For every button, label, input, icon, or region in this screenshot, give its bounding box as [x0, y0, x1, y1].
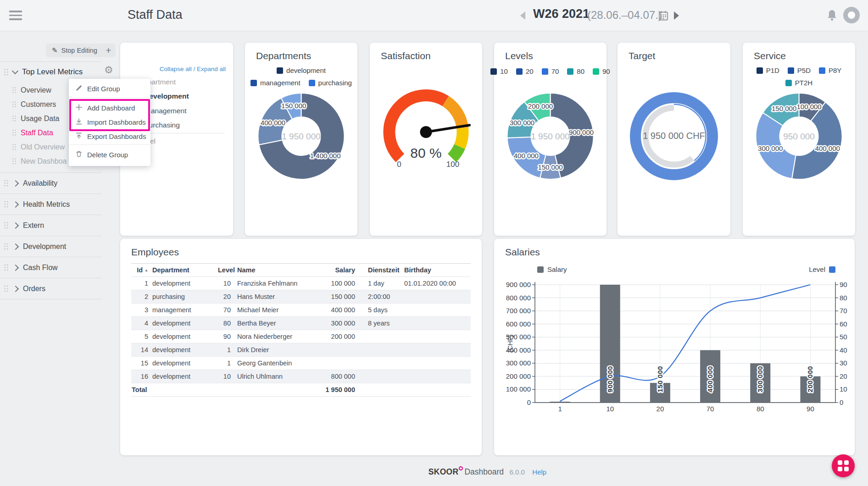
drag-handle-icon[interactable] [12, 115, 17, 122]
collapse-all-link[interactable]: Collapse all [160, 66, 192, 72]
table-row[interactable]: 15development1Georg Gantenbein [131, 357, 471, 370]
legend-label: P1D [766, 66, 779, 74]
user-avatar[interactable] [843, 7, 860, 23]
legend-label: P5D [797, 66, 811, 74]
previous-period-icon[interactable] [520, 11, 525, 20]
table-row[interactable]: 1development10Franziska Fehlmann100 0001… [131, 277, 471, 290]
table-cell: 90 [217, 330, 231, 343]
column-header-level[interactable]: Level [217, 264, 231, 277]
menu-item-add-dashboard[interactable]: Add Dashboard [69, 101, 150, 115]
pencil-icon [75, 84, 83, 93]
slice-label: 400 000 [815, 144, 840, 152]
column-header-name[interactable]: Name [231, 264, 315, 277]
expand-all-link[interactable]: Expand all [197, 66, 226, 72]
drag-handle-icon[interactable] [4, 179, 9, 187]
drag-handle-icon[interactable] [4, 200, 9, 208]
table-row[interactable]: 16development10Ulrich Uhlmann800 000 [131, 370, 471, 383]
table-cell [404, 317, 471, 330]
sidebar-divider [0, 61, 102, 62]
chevron-down-icon[interactable] [12, 68, 18, 74]
table-cell [404, 343, 471, 357]
drag-handle-icon[interactable] [4, 221, 9, 229]
tree-node-development[interactable]: development [145, 92, 189, 100]
sidebar-group-orders[interactable]: Orders [0, 278, 102, 299]
brand-logo: SKOOR [428, 467, 459, 476]
drag-handle-icon[interactable] [4, 243, 9, 250]
drag-handle-icon[interactable] [12, 158, 17, 165]
menu-item-label: Edit Group [87, 85, 120, 93]
drag-handle-icon[interactable] [12, 101, 17, 108]
sidebar-group-health-metrics[interactable]: Health Metrics [0, 193, 102, 215]
gauge-value: 80 % [370, 145, 482, 161]
table-cell: 5 days [356, 304, 404, 317]
add-group-button[interactable]: + [101, 44, 116, 57]
legend-item-development[interactable]: development [277, 66, 326, 74]
right-axis-tick-label: 0 [840, 398, 843, 406]
menu-item-edit-group[interactable]: Edit Group [69, 82, 150, 95]
period-label: W26 2021 [533, 7, 590, 21]
sidebar-group-cash-flow[interactable]: Cash Flow [0, 257, 102, 278]
drag-handle-icon[interactable] [4, 285, 9, 293]
column-header-department[interactable]: Department [149, 264, 217, 277]
legend-item-80[interactable]: 80 [567, 67, 584, 75]
notifications-bell-icon[interactable] [827, 9, 837, 23]
gauge-pivot [420, 126, 432, 138]
hamburger-menu-icon[interactable] [9, 11, 22, 20]
card-title: Employees [131, 247, 179, 258]
drag-handle-icon[interactable] [12, 87, 17, 94]
legend-item-purchasing[interactable]: purchasing [309, 79, 352, 87]
legend-item-level[interactable]: Level [809, 265, 835, 273]
column-header-salary[interactable]: Salary [315, 264, 356, 277]
legend-item-20[interactable]: 20 [516, 67, 534, 75]
drag-handle-icon[interactable] [12, 129, 17, 136]
help-link[interactable]: Help [532, 468, 546, 476]
table-row[interactable]: 5development90Nora Niederberger200 000 [131, 330, 471, 343]
table-cell [356, 370, 404, 383]
gear-icon[interactable]: ⚙ [104, 65, 113, 75]
menu-item-export-dashboards[interactable]: Export Dashboards [69, 129, 150, 143]
tree-node-management[interactable]: management [145, 107, 186, 115]
salaries-combo-chart: 0100 000200 000300 000400 000500 000600 … [494, 279, 855, 422]
table-row[interactable]: 2purchasing20Hans Muster150 0002:00:00 [131, 290, 471, 304]
table-cell: development [149, 277, 217, 290]
table-row[interactable]: 3management70Michael Meier400 0005 days [131, 304, 471, 317]
table-row[interactable]: 4development80Bertha Beyer300 0008 years [131, 317, 471, 330]
calendar-icon[interactable] [658, 10, 669, 23]
legend-item-management[interactable]: management [250, 79, 300, 87]
card-title: Service [754, 50, 786, 61]
drag-handle-icon[interactable] [12, 144, 17, 150]
table-cell: 1 [131, 277, 149, 290]
column-header-id[interactable]: Id▲ [131, 264, 149, 277]
sidebar-group-top-level-metrics[interactable]: Top Level Metrics [0, 64, 116, 80]
table-cell: Nora Niederberger [231, 330, 315, 343]
sidebar-group-extern[interactable]: Extern [0, 215, 102, 236]
skoor-fab-button[interactable] [832, 454, 855, 477]
drag-handle-icon[interactable] [4, 264, 9, 271]
stop-editing-button[interactable]: ✎ Stop Editing [46, 44, 103, 57]
legend-item-p8y[interactable]: P8Y [819, 66, 841, 74]
table-header-row: Id▲DepartmentLevelNameSalaryDienstzeitBi… [131, 264, 471, 277]
legend-item-90[interactable]: 90 [593, 67, 610, 75]
menu-item-import-dashboards[interactable]: Import Dashboards [69, 115, 150, 129]
right-axis-tick-label: 10 [840, 385, 847, 393]
table-row[interactable]: 14development1Dirk Dreier [131, 343, 471, 357]
drag-handle-icon[interactable] [4, 68, 9, 76]
menu-item-delete-group[interactable]: Delete Group [69, 148, 150, 161]
legend-item-salary[interactable]: Salary [537, 265, 567, 273]
sidebar-group-development[interactable]: Development [0, 236, 102, 257]
sidebar-group-availability[interactable]: Availability [0, 172, 102, 193]
table-cell: Hans Muster [231, 290, 315, 304]
group-context-menu: Edit GroupAdd DashboardImport Dashboards… [69, 79, 150, 166]
arc-segment [445, 101, 462, 128]
next-period-icon[interactable] [674, 11, 679, 20]
slice-label: 300 000 [510, 119, 534, 127]
legend-item-p1d[interactable]: P1D [757, 66, 779, 74]
column-header-dienstzeit[interactable]: Dienstzeit [356, 264, 404, 277]
slice-label: 150 000 [772, 105, 796, 112]
legend-item-p5d[interactable]: P5D [788, 66, 811, 74]
legend-item-pt2h[interactable]: PT2H [785, 79, 812, 87]
legend-item-70[interactable]: 70 [542, 67, 559, 75]
legend-item-10[interactable]: 10 [490, 67, 508, 75]
slice-label: 300 000 [758, 144, 783, 152]
column-header-birthday[interactable]: Birthday [404, 264, 471, 277]
